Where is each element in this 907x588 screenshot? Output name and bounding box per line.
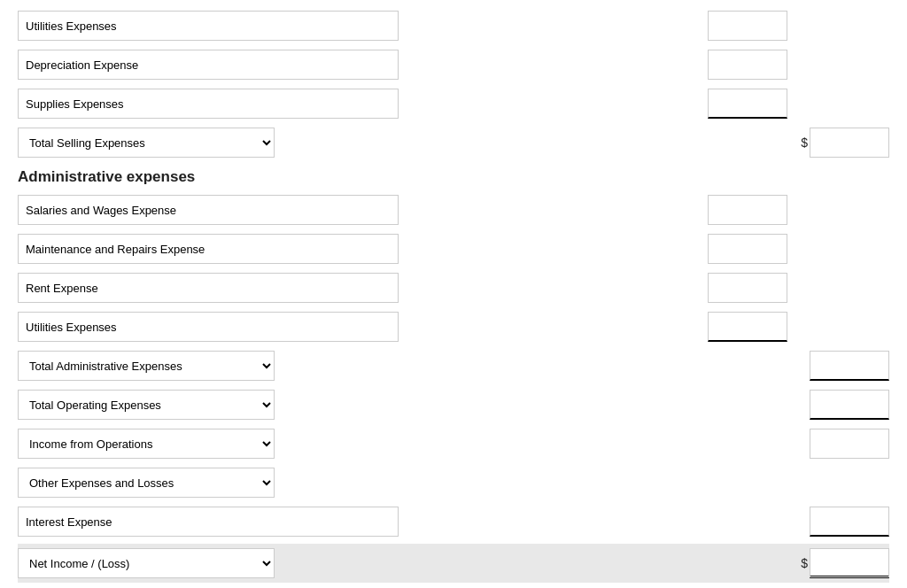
depreciation-expense-value[interactable] — [708, 50, 787, 80]
utilities-expenses-value-1[interactable] — [708, 11, 787, 41]
supplies-expenses-row — [18, 87, 889, 120]
net-income-value[interactable] — [810, 548, 889, 578]
maintenance-repairs-row — [18, 232, 889, 266]
total-operating-expenses-select[interactable]: Total Operating Expenses — [18, 390, 275, 420]
total-admin-expenses-row: Total Administrative Expenses — [18, 349, 889, 383]
net-income-row: Net Income / (Loss) $ — [18, 544, 889, 583]
total-admin-expenses-value[interactable] — [810, 351, 889, 381]
main-container: Total Selling Expenses $ Administrative … — [0, 0, 907, 588]
utilities-expenses-label-1[interactable] — [18, 11, 399, 41]
total-operating-expenses-value[interactable] — [810, 390, 889, 420]
salaries-wages-value[interactable] — [708, 195, 787, 225]
utilities-expenses-value-2[interactable] — [708, 312, 787, 342]
salaries-wages-row — [18, 193, 889, 227]
total-selling-expenses-value[interactable] — [810, 128, 889, 158]
rent-expense-value[interactable] — [708, 273, 787, 303]
utilities-expenses-label-2[interactable] — [18, 312, 399, 342]
net-income-select[interactable]: Net Income / (Loss) — [18, 548, 275, 578]
supplies-expenses-label[interactable] — [18, 89, 399, 119]
admin-expenses-header: Administrative expenses — [18, 168, 889, 186]
total-selling-expenses-select[interactable]: Total Selling Expenses — [18, 128, 275, 158]
utilities-expenses-row-2 — [18, 310, 889, 344]
depreciation-expense-label[interactable] — [18, 50, 399, 80]
income-from-operations-select[interactable]: Income from Operations — [18, 429, 275, 459]
total-admin-expenses-select[interactable]: Total Administrative Expenses — [18, 351, 275, 381]
other-expenses-losses-select[interactable]: Other Expenses and Losses — [18, 468, 275, 498]
interest-expense-label[interactable] — [18, 507, 399, 537]
rent-expense-row — [18, 271, 889, 305]
rent-expense-label[interactable] — [18, 273, 399, 303]
salaries-wages-label[interactable] — [18, 195, 399, 225]
supplies-expenses-value[interactable] — [708, 89, 787, 119]
utilities-expenses-row-1 — [18, 9, 889, 43]
income-from-operations-value[interactable] — [810, 429, 889, 459]
total-selling-expenses-row: Total Selling Expenses $ — [18, 126, 889, 159]
dollar-sign-net-income: $ — [801, 556, 808, 570]
maintenance-repairs-label[interactable] — [18, 234, 399, 264]
depreciation-expense-row — [18, 48, 889, 81]
maintenance-repairs-value[interactable] — [708, 234, 787, 264]
interest-expense-row — [18, 505, 889, 538]
other-expenses-losses-row: Other Expenses and Losses — [18, 466, 889, 499]
dollar-sign-selling: $ — [801, 135, 808, 150]
income-from-operations-row: Income from Operations — [18, 427, 889, 460]
total-operating-expenses-row: Total Operating Expenses — [18, 388, 889, 422]
interest-expense-value[interactable] — [810, 507, 889, 537]
